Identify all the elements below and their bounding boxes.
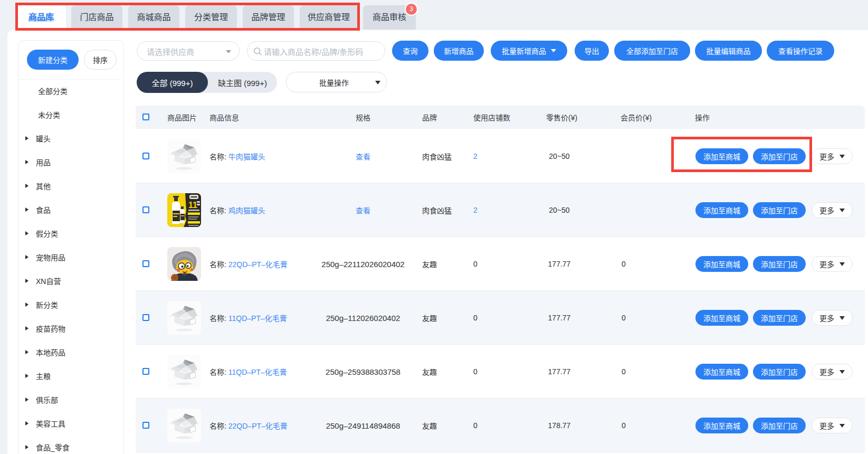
svg-text:11: 11 [188,201,197,210]
